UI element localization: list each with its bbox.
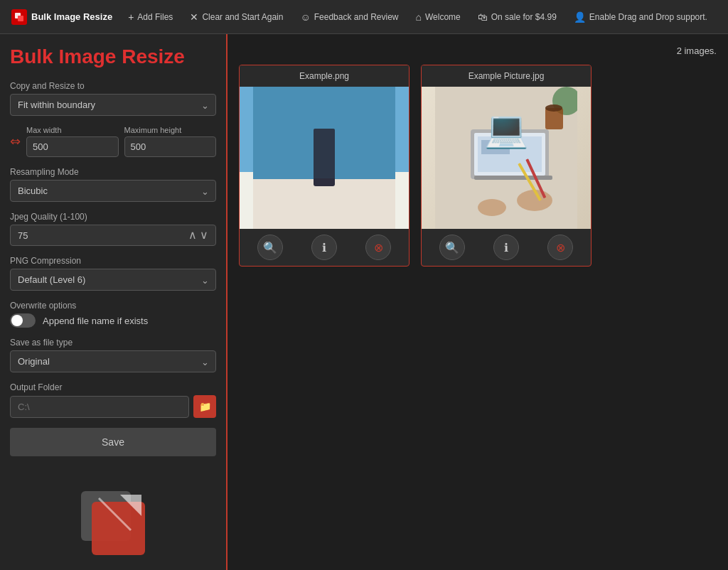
overwrite-section: Overwrite options Append file name if ex… — [10, 301, 216, 328]
png-compression-section: PNG Compression Default (Level 6) None (… — [10, 256, 216, 291]
left-panel: Bulk Image Resize Copy and Resize to Fit… — [0, 34, 228, 570]
overwrite-label: Overwrite options — [10, 301, 216, 311]
info-button-1[interactable]: ℹ — [311, 235, 337, 260]
png-compression-select[interactable]: Default (Level 6) None (Level 0) Max (Le… — [10, 269, 216, 291]
resize-icon: ⇔ — [10, 134, 21, 149]
max-height-label: Maximum height — [124, 126, 217, 134]
bag-icon: 🛍 — [478, 11, 488, 23]
delete-button-1[interactable]: ⊗ — [365, 235, 391, 260]
image-card-1: Example.png 🔍 — [239, 65, 410, 267]
svg-rect-9 — [317, 133, 323, 158]
sale-button[interactable]: 🛍 On sale for $4.99 — [471, 7, 564, 27]
folder-icon: 📁 — [199, 401, 211, 412]
output-folder-label: Output Folder — [10, 382, 216, 392]
max-height-field: Maximum height — [124, 126, 217, 157]
image-card-2: Example Picture.jpg — [421, 65, 592, 267]
resampling-select[interactable]: Bicubic Bilinear Nearest Neighbor Lanczo… — [10, 180, 216, 202]
drag-drop-button[interactable]: 👤 Enable Drag and Drop support. — [567, 7, 714, 27]
png-compression-wrapper: Default (Level 6) None (Level 0) Max (Le… — [10, 269, 216, 291]
dim-fields: Max width Maximum height — [26, 126, 216, 157]
copy-resize-section: Copy and Resize to Fit within boundary S… — [10, 81, 216, 116]
save-button[interactable]: Save — [10, 428, 216, 456]
remove-icon-2: ⊗ — [556, 241, 565, 254]
max-width-input[interactable] — [26, 136, 119, 157]
svg-rect-16 — [481, 140, 510, 154]
person-icon: 👤 — [574, 11, 586, 23]
info-icon-2: ℹ — [504, 241, 508, 254]
zoom-icon: 🔍 — [263, 241, 277, 254]
resampling-section: Resampling Mode Bicubic Bilinear Nearest… — [10, 167, 216, 202]
fit-boundary-select[interactable]: Fit within boundary Stretch to fill Crop… — [10, 94, 216, 116]
welcome-button[interactable]: ⌂ Welcome — [408, 7, 467, 27]
save-as-section: Save as file type Original JPEG PNG BMP … — [10, 338, 216, 372]
zoom-button-2[interactable]: 🔍 — [439, 235, 465, 260]
smiley-icon: ☺ — [300, 11, 310, 23]
add-files-button[interactable]: + Add Files — [121, 7, 180, 27]
jpeg-quality-value: 75 — [18, 230, 28, 241]
info-button-2[interactable]: ℹ — [493, 235, 519, 260]
dimension-row: ⇔ Max width Maximum height — [10, 126, 216, 157]
jpeg-down-button[interactable]: ∨ — [200, 230, 208, 241]
home-icon: ⌂ — [415, 11, 421, 23]
images-grid: Example.png 🔍 — [239, 65, 717, 267]
zoom-button-1[interactable]: 🔍 — [257, 235, 283, 260]
app-title: Bulk Image Resize — [6, 9, 118, 25]
logo-graphic — [77, 488, 149, 559]
browse-folder-button[interactable]: 📁 — [193, 395, 216, 418]
welcome-label: Welcome — [425, 12, 461, 22]
svg-rect-1 — [18, 16, 23, 21]
save-as-wrapper: Original JPEG PNG BMP GIF — [10, 350, 216, 372]
append-toggle[interactable] — [10, 313, 36, 328]
images-count: 2 images. — [239, 45, 717, 56]
info-icon: ℹ — [322, 241, 326, 254]
add-files-label: Add Files — [137, 12, 173, 22]
delete-button-2[interactable]: ⊗ — [547, 235, 573, 260]
right-panel: 2 images. Example.png — [228, 34, 728, 570]
svg-rect-14 — [474, 176, 552, 180]
max-width-label: Max width — [26, 126, 119, 134]
jpeg-arrows: ∧ ∨ — [188, 230, 208, 241]
close-icon: ✕ — [190, 11, 198, 23]
image-card-2-thumb — [422, 87, 591, 229]
svg-point-21 — [545, 104, 562, 112]
fit-boundary-wrapper: Fit within boundary Stretch to fill Crop… — [10, 94, 216, 116]
append-label: Append file name if exists — [43, 316, 148, 326]
image-card-1-thumb — [240, 87, 409, 229]
copy-resize-label: Copy and Resize to — [10, 81, 216, 91]
image-card-1-actions: 🔍 ℹ ⊗ — [240, 229, 409, 266]
svg-point-18 — [478, 199, 506, 216]
image-card-1-title: Example.png — [240, 65, 409, 87]
jpeg-up-button[interactable]: ∧ — [188, 230, 197, 241]
max-width-field: Max width — [26, 126, 119, 157]
image-card-2-title: Example Picture.jpg — [422, 65, 591, 87]
image-card-2-actions: 🔍 ℹ ⊗ — [422, 229, 591, 266]
save-as-label: Save as file type — [10, 338, 216, 348]
app-icon — [11, 9, 27, 25]
plus-icon: + — [128, 11, 134, 23]
app-name-label: Bulk Image Resize — [31, 11, 112, 22]
save-as-select[interactable]: Original JPEG PNG BMP GIF — [10, 350, 216, 372]
clear-button[interactable]: ✕ Clear and Start Again — [183, 7, 290, 27]
resampling-label: Resampling Mode — [10, 167, 216, 177]
main-layout: Bulk Image Resize Copy and Resize to Fit… — [0, 34, 728, 570]
page-title: Bulk Image Resize — [10, 45, 216, 68]
remove-icon: ⊗ — [374, 241, 383, 254]
output-folder-input[interactable] — [10, 396, 189, 418]
titlebar: Bulk Image Resize + Add Files ✕ Clear an… — [0, 0, 728, 34]
feedback-button[interactable]: ☺ Feedback and Review — [293, 7, 405, 27]
drag-drop-label: Enable Drag and Drop support. — [589, 12, 707, 22]
zoom-icon-2: 🔍 — [445, 241, 459, 254]
output-folder-section: Output Folder 📁 — [10, 382, 216, 418]
app-logo — [10, 480, 216, 559]
svg-rect-7 — [253, 179, 395, 229]
clear-label: Clear and Start Again — [202, 12, 283, 22]
jpeg-quality-section: Jpeg Quality (1-100) 75 ∧ ∨ — [10, 212, 216, 246]
toggle-row: Append file name if exists — [10, 313, 216, 328]
resampling-wrapper: Bicubic Bilinear Nearest Neighbor Lanczo… — [10, 180, 216, 202]
svg-rect-10 — [325, 133, 331, 158]
max-height-input[interactable] — [124, 136, 217, 157]
jpeg-quality-row: 75 ∧ ∨ — [10, 225, 216, 246]
png-compression-label: PNG Compression — [10, 256, 216, 266]
jpeg-quality-label: Jpeg Quality (1-100) — [10, 212, 216, 222]
svg-rect-8 — [314, 129, 335, 186]
